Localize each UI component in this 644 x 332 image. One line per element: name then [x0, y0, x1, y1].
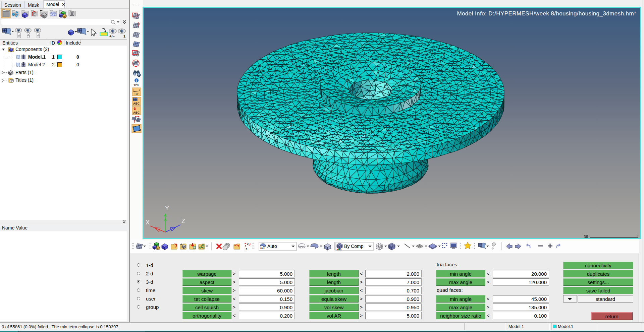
- svg-text:Y: Y: [165, 205, 169, 212]
- svg-text:Model Info: D:/HYPERMESH/week: Model Info: D:/HYPERMESH/week 8/housing/…: [457, 10, 636, 17]
- svg-text:123: 123: [133, 83, 139, 87]
- svg-text:ABC: ABC: [133, 102, 140, 105]
- svg-text:2: 2: [247, 242, 249, 246]
- svg-text:1: 1: [139, 88, 140, 91]
- svg-text:Z: Z: [181, 218, 185, 224]
- svg-text:i: i: [136, 79, 137, 82]
- svg-text:30: 30: [584, 235, 588, 239]
- svg-text:1: 1: [123, 34, 125, 38]
- svg-text:+/−: +/−: [109, 34, 115, 38]
- svg-text:T: T: [40, 15, 41, 17]
- svg-text:3: 3: [246, 248, 247, 251]
- svg-text:By Comp: By Comp: [344, 244, 364, 249]
- svg-text:+10´: +10´: [134, 93, 139, 95]
- svg-text:0: 0: [133, 88, 134, 91]
- svg-text:Auto: Auto: [267, 244, 277, 249]
- svg-text:ABC: ABC: [133, 111, 140, 114]
- svg-text:X: X: [146, 219, 150, 226]
